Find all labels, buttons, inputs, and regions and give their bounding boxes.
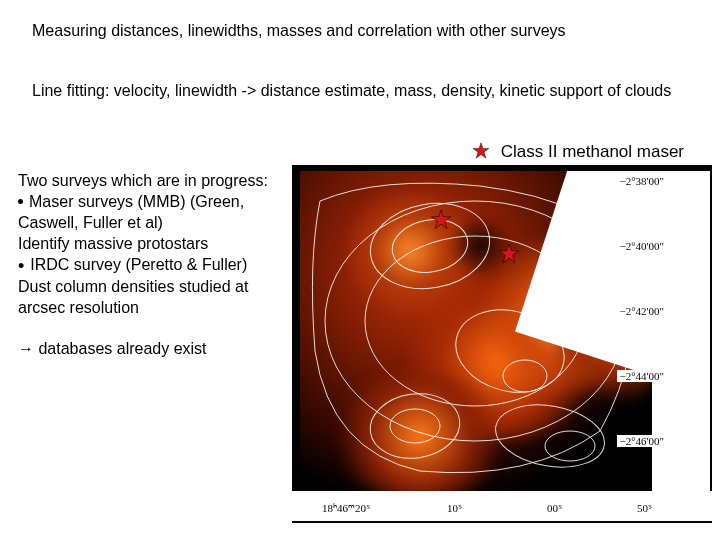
legend-methanol-maser: Class II methanol maser — [472, 142, 684, 162]
sky-map-figure: −2°38'00" −2°40'00" −2°42'00" −2°44'00" … — [292, 165, 712, 523]
star-icon — [472, 142, 490, 160]
legend-label: Class II methanol maser — [501, 142, 684, 161]
xtick-1: 10ˢ — [447, 502, 462, 515]
svg-marker-11 — [431, 210, 450, 229]
svg-marker-12 — [499, 244, 518, 263]
xtick-3: 50ˢ — [637, 502, 652, 515]
survey-item-irdc-1: IRDC survey (Peretto & Fuller) — [18, 254, 290, 275]
slide-title: Measuring distances, linewidths, masses … — [32, 22, 566, 40]
maser-star-2-icon — [498, 243, 520, 265]
svg-marker-0 — [473, 143, 489, 158]
ytick-4: −2°46'00" — [617, 435, 666, 447]
survey-item-maser-3: Identify massive protostars — [18, 233, 290, 254]
ytick-0: −2°38'00" — [617, 175, 666, 187]
slide-subtitle: Line fitting: velocity, linewidth -> dis… — [32, 80, 692, 102]
xtick-0: 18ʰ46ᵐ20ˢ — [322, 502, 370, 515]
survey-item-maser-2: Caswell, Fuller et al) — [18, 212, 290, 233]
survey-intro: Two surveys which are in progress: — [18, 170, 290, 191]
survey-item-maser-1: Maser surveys (MMB) (Green, — [18, 191, 290, 212]
ytick-3: −2°44'00" — [617, 370, 666, 382]
survey-item-irdc-2: Dust column densities studied at — [18, 276, 290, 297]
xtick-2: 00ˢ — [547, 502, 562, 515]
text: Maser surveys (MMB) (Green, — [29, 193, 244, 210]
ytick-1: −2°40'00" — [617, 240, 666, 252]
survey-item-irdc-3: arcsec resolution — [18, 297, 290, 318]
survey-list: Two surveys which are in progress: Maser… — [18, 170, 290, 318]
maser-star-1-icon — [430, 209, 452, 231]
text: IRDC survey (Peretto & Fuller) — [30, 256, 247, 273]
databases-note: → databases already exist — [18, 340, 207, 358]
nebula-image — [300, 171, 652, 491]
svg-point-10 — [545, 431, 595, 461]
ytick-2: −2°42'00" — [617, 305, 666, 317]
